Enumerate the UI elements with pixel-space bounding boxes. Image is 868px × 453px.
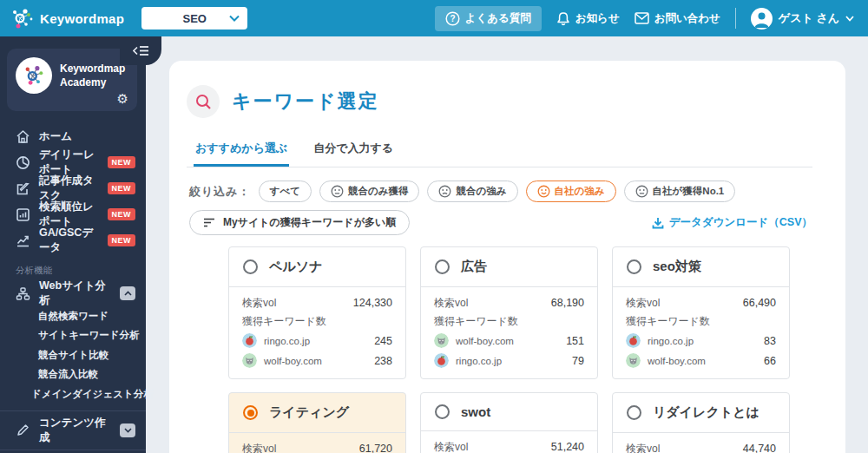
- search-vol-value: 68,190: [551, 296, 584, 310]
- keyword-card-swot[interactable]: swot 検索vol 51,240 獲得キーワード数 wolf-boy.com …: [420, 392, 598, 453]
- sidebar-subitem-competitor-traffic-compare[interactable]: 競合流入比較: [0, 365, 146, 385]
- filter-chip-own-no1[interactable]: 自社が獲得No.1: [624, 181, 736, 202]
- domain-count: 151: [566, 335, 584, 347]
- card-title: 広告: [461, 259, 487, 275]
- radio-unchecked[interactable]: [435, 259, 450, 274]
- domain-row: ringo.co.jp 83: [626, 333, 776, 348]
- user-name: ゲスト さん: [779, 10, 839, 26]
- search-vol-value: 61,720: [359, 442, 392, 453]
- domain-name: ringo.co.jp: [264, 336, 310, 346]
- sidebar-item-ga-gsc[interactable]: GA/GSCデータ NEW: [0, 227, 146, 253]
- domain-count: 66: [764, 355, 776, 367]
- contact-button[interactable]: お問い合わせ: [635, 11, 720, 26]
- sidebar-item-home[interactable]: ホーム: [0, 123, 146, 149]
- sidebar: Keywordmap Academy ⚙ ホーム デイリーレポート NEW 記事…: [0, 36, 146, 453]
- search-vol-label: 検索vol: [242, 442, 276, 453]
- search-vol-value: 66,490: [743, 296, 776, 310]
- card-title: seo対策: [653, 259, 701, 275]
- filter-chip-competitor-only[interactable]: 競合のみ獲得: [319, 181, 420, 202]
- card-header: seo対策: [613, 247, 789, 287]
- sort-icon: [203, 218, 215, 227]
- domain-row: wolf-boy.com 151: [434, 333, 584, 348]
- sidebar-item-article-task[interactable]: 記事作成タスク NEW: [0, 175, 146, 201]
- domain-name: ringo.co.jp: [648, 336, 694, 346]
- card-title: ライティング: [269, 404, 349, 421]
- brand: Keywordmap: [0, 7, 124, 30]
- keyword-card-persona[interactable]: ペルソナ 検索vol 124,330 獲得キーワード数 ringo.co.jp …: [228, 246, 406, 379]
- sidebar-item-label: 記事作成タスク: [39, 174, 99, 203]
- neutral-face-icon: [331, 185, 344, 198]
- filter-row: 絞り込み： すべて 競合のみ獲得 競合の強み: [187, 181, 812, 202]
- card-header: ライティング: [229, 393, 405, 433]
- keyword-card-seo[interactable]: seo対策 検索vol 66,490 獲得キーワード数 ringo.co.jp …: [612, 246, 790, 379]
- sidebar-item-label: コンテンツ作成: [39, 416, 111, 445]
- domain-row: wolf-boy.com 66: [626, 353, 776, 368]
- card-title: swot: [461, 404, 490, 419]
- domain-count: 79: [572, 355, 584, 367]
- sidebar-item-rank-report[interactable]: 検索順位レポート NEW: [0, 201, 146, 227]
- csv-download-link[interactable]: データダウンロード（CSV）: [652, 215, 812, 230]
- radio-unchecked[interactable]: [243, 259, 258, 274]
- sidebar-subitem-site-keyword-analysis[interactable]: サイトキーワード分析: [0, 326, 146, 346]
- sidebar-item-label: Webサイト分析: [39, 279, 111, 308]
- avatar: [751, 8, 773, 30]
- faq-button[interactable]: ? よくある質問: [435, 6, 542, 31]
- sort-button[interactable]: Myサイトの獲得キーワードが多い順: [189, 210, 410, 235]
- radio-unchecked[interactable]: [627, 405, 641, 420]
- filter-chip-all[interactable]: すべて: [259, 181, 312, 202]
- toolbar-row: Myサイトの獲得キーワードが多い順 データダウンロード（CSV）: [187, 210, 812, 235]
- tab-recommended[interactable]: おすすめから選ぶ: [194, 135, 289, 167]
- neutral-face-icon: [635, 185, 648, 198]
- filter-chip-own-strength[interactable]: 自社の強み: [526, 181, 616, 202]
- wolf-favicon-icon: [434, 333, 449, 348]
- search-vol-value: 44,740: [743, 442, 776, 453]
- sidebar-item-web-analysis[interactable]: Webサイト分析: [0, 280, 146, 306]
- user-menu[interactable]: ゲスト さん: [751, 8, 854, 30]
- sidebar-subitem-competitor-site-compare[interactable]: 競合サイト比較: [0, 345, 146, 365]
- card-body: 検索vol 44,740 獲得キーワード数 ringo.co.jp 22: [613, 433, 789, 453]
- sidebar-item-daily-report[interactable]: デイリーレポート NEW: [0, 149, 146, 175]
- sidebar-collapse-button[interactable]: [120, 36, 161, 65]
- gear-icon[interactable]: ⚙: [117, 91, 128, 107]
- keyword-card-writing[interactable]: ライティング 検索vol 61,720 獲得キーワード数 wolf-boy.co…: [228, 392, 406, 453]
- faq-label: よくある質問: [465, 11, 531, 26]
- person-icon: [751, 8, 773, 30]
- chevron-down-icon: [229, 15, 240, 22]
- radio-unchecked[interactable]: [627, 259, 641, 274]
- collapse-group-button[interactable]: [120, 286, 135, 300]
- sidebar-subitem-domain-digest[interactable]: ドメインダイジェスト分析: [0, 384, 146, 404]
- notifications-button[interactable]: お知らせ: [556, 11, 620, 26]
- edit-square-icon: [16, 181, 30, 196]
- question-circle-icon: ?: [445, 11, 460, 26]
- search-vol-label: 検索vol: [434, 440, 468, 453]
- expand-group-button[interactable]: [120, 423, 135, 437]
- domain-count: 238: [374, 355, 392, 367]
- keywordmap-logo-icon: [10, 7, 34, 30]
- tab-manual-input[interactable]: 自分で入力する: [312, 135, 395, 167]
- domain-count: 245: [374, 335, 392, 347]
- sidebar-item-content-creation[interactable]: コンテンツ作成: [0, 417, 146, 443]
- domain-name: wolf-boy.com: [456, 336, 514, 346]
- chevron-down-icon: [845, 16, 854, 22]
- sitemap-icon: [16, 286, 30, 301]
- filter-chip-competitor-strength[interactable]: 競合の強み: [427, 181, 517, 202]
- new-badge: NEW: [108, 234, 136, 246]
- new-badge: NEW: [108, 156, 136, 168]
- radio-checked[interactable]: [243, 405, 258, 420]
- sidebar-item-label: 検索順位レポート: [39, 200, 99, 229]
- sidebar-section-analysis: 分析機能: [16, 265, 146, 277]
- sidebar-item-label: ホーム: [39, 129, 72, 144]
- content-panel: キーワード選定 おすすめから選ぶ 自分で入力する 絞り込み： すべて 競合のみ獲…: [169, 61, 845, 453]
- project-select[interactable]: SEO: [141, 7, 247, 30]
- search-vol-label: 検索vol: [434, 296, 468, 310]
- academy-card[interactable]: Keywordmap Academy ⚙: [7, 49, 137, 111]
- sidebar-divider: [0, 450, 146, 450]
- sidebar-subitem-organic-keywords[interactable]: 自然検索ワード: [0, 306, 146, 326]
- keyword-card-redirect[interactable]: リダイレクトとは 検索vol 44,740 獲得キーワード数 ringo.co.…: [612, 392, 790, 453]
- keyword-card-ad[interactable]: 広告 検索vol 68,190 獲得キーワード数 wolf-boy.com 15…: [420, 246, 598, 379]
- bar-chart-icon: [16, 207, 30, 222]
- card-body: 検索vol 66,490 獲得キーワード数 ringo.co.jp 83: [613, 287, 789, 378]
- radio-unchecked[interactable]: [435, 404, 450, 419]
- domain-row: wolf-boy.com 238: [242, 353, 392, 368]
- bell-icon: [556, 11, 570, 26]
